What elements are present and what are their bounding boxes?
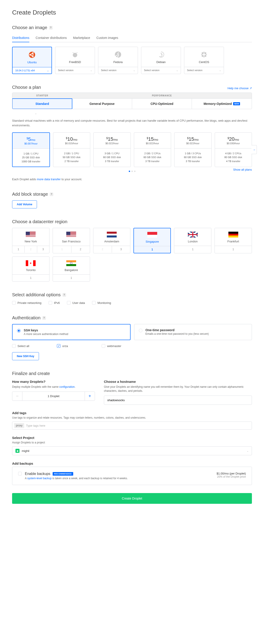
distro-card-debian[interactable]: DebianSelect version⌄ xyxy=(141,47,181,74)
dot[interactable] xyxy=(131,170,133,172)
option-ipv6[interactable]: IPv6 xyxy=(49,301,60,304)
auth-one-time-password[interactable]: One-time password Emails a one-time root… xyxy=(134,324,252,340)
datacenter-san-francisco[interactable]: San Francisco12 xyxy=(53,228,90,253)
decrement-button[interactable]: − xyxy=(12,392,22,400)
new-ssh-key-button[interactable]: New SSH Key xyxy=(12,352,39,360)
datacenter-region-num[interactable]: 1 xyxy=(53,274,90,281)
auth-ssh-keys[interactable]: SSH keys A more secure authentication me… xyxy=(12,324,131,340)
help-icon[interactable]: ? xyxy=(42,316,46,320)
price-card[interactable]: $20/mo$0.030/hour4 GB / 2 CPUs80 GB SSD … xyxy=(215,132,252,167)
distro-version-select[interactable]: Select version⌄ xyxy=(141,67,181,73)
create-droplet-button[interactable]: Create Droplet xyxy=(12,493,252,504)
page-title: Create Droplets xyxy=(12,9,252,16)
starter-header: STARTER xyxy=(12,93,72,98)
datacenter-region-num[interactable]: 1 xyxy=(174,246,211,253)
plan-description: Standard virtual machines with a mix of … xyxy=(12,118,252,128)
price-card[interactable]: $15/mo$0.022/hour1 GB / 3 CPUs60 GB SSD … xyxy=(174,132,212,167)
help-icon[interactable]: ? xyxy=(49,26,53,30)
datacenter-region-num[interactable]: 3 xyxy=(112,246,130,253)
datacenter-region-num[interactable]: 1 xyxy=(12,274,49,281)
datacenter-name: San Francisco xyxy=(55,240,88,243)
option-monitoring[interactable]: Monitoring xyxy=(92,301,111,304)
system-level-backup-link[interactable]: system-level backup xyxy=(27,477,52,480)
tab-marketplace[interactable]: Marketplace xyxy=(73,34,90,42)
select-all-key[interactable]: Select all xyxy=(12,344,57,348)
show-all-plans-link[interactable]: Show all plans xyxy=(233,168,252,171)
tag-chip[interactable]: proxy xyxy=(14,423,24,428)
more-data-transfer-link[interactable]: more data transfer xyxy=(37,178,61,181)
option-user-data[interactable]: User data xyxy=(67,301,85,304)
plan-standard[interactable]: Standard xyxy=(12,98,72,109)
datacenter-region-num[interactable]: 1 xyxy=(215,246,252,253)
flag-icon xyxy=(147,232,157,238)
help-icon[interactable]: ? xyxy=(63,293,66,297)
authentication-heading: Authentication xyxy=(12,315,41,320)
price-card[interactable]: $5/mo$0.007/hour1 GB / 1 CPU25 GB SSD di… xyxy=(12,132,50,167)
project-select[interactable]: ◆ mighil ⌄ xyxy=(12,446,252,455)
datacenter-name: London xyxy=(176,240,209,243)
datacenter-singapore[interactable]: Singapore1 xyxy=(133,228,171,253)
choose-plan-section: Choose a plan Help me choose ↗ STARTER S… xyxy=(12,85,252,181)
distro-version-select[interactable]: Select version⌄ xyxy=(98,67,138,73)
ubuntu-icon xyxy=(29,51,36,58)
tab-container-distros[interactable]: Container distributions xyxy=(36,34,67,42)
distro-version-select[interactable]: Select version⌄ xyxy=(184,67,224,73)
datacenter-new-york[interactable]: New York123 xyxy=(12,228,50,253)
help-icon[interactable]: ? xyxy=(50,192,53,196)
svg-rect-8 xyxy=(204,52,206,54)
droplet-count-value: 1 Droplet xyxy=(22,392,85,400)
distro-version-select[interactable]: Select version⌄ xyxy=(55,67,95,73)
backup-box: Enable backups RECOMMENDED A system-leve… xyxy=(12,467,252,485)
choose-image-heading: Choose an image xyxy=(12,25,47,30)
ssh-key-orza[interactable]: orza xyxy=(57,344,102,348)
datacenter-region-num[interactable]: 1 xyxy=(12,246,25,253)
enable-backups-checkbox[interactable] xyxy=(18,472,22,476)
datacenter-bangalore[interactable]: Bangalore1 xyxy=(53,256,90,282)
chevron-down-icon: ⌄ xyxy=(90,69,92,72)
datacenter-region-num[interactable]: 3 xyxy=(37,246,49,253)
datacenter-toronto[interactable]: Toronto1 xyxy=(12,256,50,282)
option-private-networking[interactable]: Private networking xyxy=(12,301,42,304)
hostname-input[interactable] xyxy=(104,396,252,405)
flag-icon xyxy=(228,232,238,238)
datacenter-name: Amsterdam xyxy=(95,240,129,243)
project-icon: ◆ xyxy=(16,449,20,453)
datacenter-region-num[interactable]: 1 xyxy=(134,246,170,253)
price-next-button[interactable]: → xyxy=(251,145,257,154)
ssh-key-webmaster[interactable]: webmaster xyxy=(102,344,146,348)
price-card[interactable]: $15/mo$0.022/hour2 GB / 2 CPUs60 GB SSD … xyxy=(134,132,171,167)
distro-card-centos[interactable]: CentOSSelect version⌄ xyxy=(184,47,224,74)
tab-distributions[interactable]: Distributions xyxy=(12,34,29,42)
checkbox xyxy=(12,301,16,304)
datacenter-section: Choose a datacenter region New York123Sa… xyxy=(12,219,252,282)
price-card[interactable]: $10/mo$0.015/hour2 GB / 1 CPU50 GB SSD d… xyxy=(53,132,91,167)
price-card[interactable]: $15/mo$0.022/hour3 GB / 1 CPU60 GB SSD d… xyxy=(93,132,131,167)
performance-header: PERFORMANCE xyxy=(72,93,252,98)
debian-icon xyxy=(157,51,165,58)
help-me-choose-link[interactable]: Help me choose ↗ xyxy=(227,86,252,90)
datacenter-amsterdam[interactable]: Amsterdam23 xyxy=(93,228,131,253)
datacenter-region-num[interactable]: 2 xyxy=(71,246,90,253)
distro-card-freebsd[interactable]: FreeBSDSelect version⌄ xyxy=(55,47,95,74)
plan-memory[interactable]: Memory-Optimized NEW xyxy=(192,98,252,109)
datacenter-frankfurt[interactable]: Frankfurt1 xyxy=(214,228,252,253)
datacenter-grid: New York123San Francisco12Amsterdam23Sin… xyxy=(12,228,252,282)
datacenter-london[interactable]: London1 xyxy=(174,228,211,253)
dot[interactable] xyxy=(129,170,130,172)
plan-cpu[interactable]: CPU-Optimized xyxy=(132,98,192,109)
distro-card-ubuntu[interactable]: Ubuntu18.04.3 (LTS) x64⌄ xyxy=(12,47,52,74)
configuration-link[interactable]: configuration xyxy=(59,385,75,388)
svg-point-5 xyxy=(73,53,77,57)
radio xyxy=(17,329,21,332)
tags-input[interactable]: proxy Type tags here xyxy=(12,422,252,430)
add-volume-button[interactable]: Add Volume xyxy=(12,200,37,208)
increment-button[interactable]: + xyxy=(85,392,95,400)
tab-custom-images[interactable]: Custom images xyxy=(97,34,118,42)
dot[interactable] xyxy=(134,170,135,172)
data-transfer-note: Each Droplet adds more data transfer to … xyxy=(12,178,252,181)
distro-name: Debian xyxy=(156,60,165,64)
flag-icon xyxy=(26,260,36,266)
distro-card-fedora[interactable]: FedoraSelect version⌄ xyxy=(98,47,138,74)
distro-version-select[interactable]: 18.04.3 (LTS) x64⌄ xyxy=(13,67,52,74)
plan-general[interactable]: General Purpose xyxy=(72,98,132,109)
